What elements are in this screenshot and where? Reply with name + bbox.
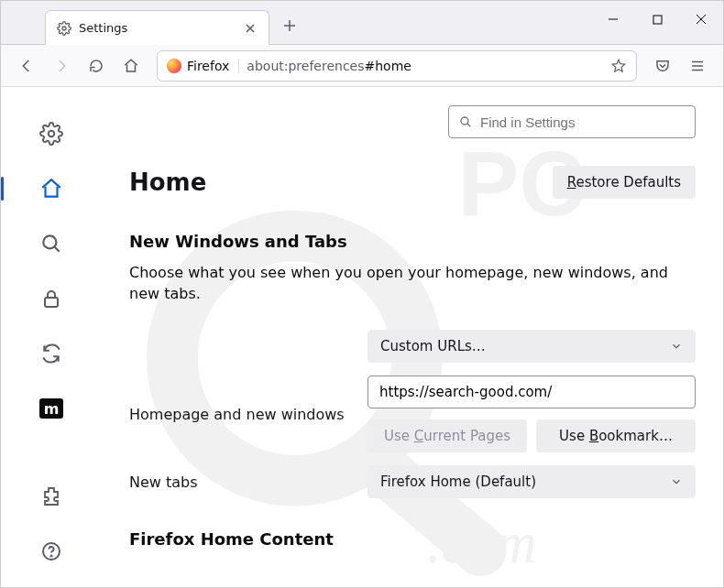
restore-defaults-button[interactable]: Restore Defaults <box>553 166 696 199</box>
svg-rect-8 <box>45 298 58 307</box>
svg-point-6 <box>49 131 55 137</box>
identity-label: Firefox <box>187 59 229 73</box>
forward-button[interactable] <box>45 51 78 81</box>
pocket-button[interactable] <box>646 51 679 81</box>
gear-icon <box>57 21 71 36</box>
search-icon <box>458 114 473 129</box>
section-subtitle: Choose what you see when you open your h… <box>129 262 696 304</box>
nav-home[interactable] <box>32 169 71 208</box>
svg-point-11 <box>461 117 468 125</box>
settings-search-input[interactable] <box>480 114 686 130</box>
page-title: Home <box>129 169 206 196</box>
home-button[interactable] <box>115 51 148 81</box>
nav-search[interactable] <box>32 224 71 263</box>
svg-point-10 <box>50 555 51 556</box>
back-button[interactable] <box>10 51 43 81</box>
homepage-select[interactable]: Custom URLs… <box>367 330 696 363</box>
homepage-url-input[interactable] <box>367 376 696 408</box>
star-icon[interactable] <box>610 58 627 74</box>
new-tab-button[interactable] <box>275 11 304 40</box>
nav-extensions[interactable] <box>32 477 71 516</box>
close-tab-icon[interactable] <box>243 21 258 36</box>
select-value: Firefox Home (Default) <box>380 474 536 490</box>
svg-rect-1 <box>653 16 662 24</box>
homepage-label: Homepage and new windows <box>129 406 349 423</box>
titlebar: Settings <box>1 1 723 45</box>
nav-privacy[interactable] <box>32 279 71 318</box>
identity-box[interactable]: Firefox <box>167 59 239 73</box>
browser-tab[interactable]: Settings <box>45 10 269 45</box>
section-title-windows-tabs: New Windows and Tabs <box>129 232 696 251</box>
maximize-button[interactable] <box>635 1 679 38</box>
nav-help[interactable] <box>32 532 71 571</box>
url-bar[interactable]: Firefox about:preferences#home <box>157 50 637 82</box>
use-bookmark-button[interactable]: Use Bookmark… <box>536 419 696 452</box>
chevron-down-icon <box>670 340 683 353</box>
window-controls <box>591 1 723 38</box>
newtabs-select[interactable]: Firefox Home (Default) <box>367 465 696 498</box>
tab-title: Settings <box>79 21 236 35</box>
settings-sidebar: m <box>1 87 102 587</box>
select-value: Custom URLs… <box>380 338 486 354</box>
settings-search[interactable] <box>448 105 696 138</box>
reload-button[interactable] <box>80 51 113 81</box>
app-menu-button[interactable] <box>681 51 714 81</box>
chevron-down-icon <box>670 475 683 488</box>
svg-point-0 <box>62 27 66 30</box>
close-window-button[interactable] <box>679 1 723 38</box>
newtabs-label: New tabs <box>129 474 349 491</box>
minimize-button[interactable] <box>591 1 635 38</box>
url-text: about:preferences#home <box>247 59 603 73</box>
nav-more-mozilla[interactable]: m <box>32 389 71 428</box>
section-title-home-content: Firefox Home Content <box>129 529 696 549</box>
nav-sync[interactable] <box>32 334 71 373</box>
settings-main: Home Restore Defaults New Windows and Ta… <box>102 87 723 587</box>
use-current-pages-button[interactable]: Use Current Pages <box>367 419 527 452</box>
toolbar: Firefox about:preferences#home <box>1 45 723 87</box>
firefox-logo-icon <box>167 59 181 73</box>
mozilla-icon: m <box>39 398 63 419</box>
nav-general[interactable] <box>32 114 71 153</box>
